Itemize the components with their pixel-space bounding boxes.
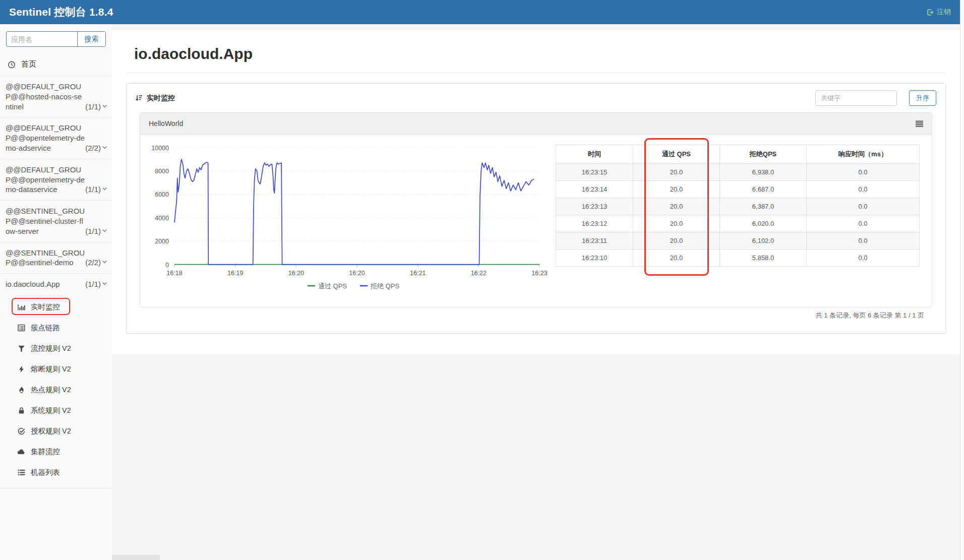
table-cell: 0.0 (807, 250, 920, 267)
app-group-label: @@DEFAULT_GROUP@@hosted-nacos-sentinel (6, 82, 85, 111)
logout-button[interactable]: 注销 (926, 8, 951, 17)
page-title: io.daocloud.App (112, 30, 960, 63)
cloud-icon (17, 448, 25, 456)
table-cell: 16:23:13 (556, 198, 633, 215)
column-header: 响应时间（ms） (807, 145, 920, 164)
svg-text:6000: 6000 (155, 191, 169, 198)
resource-name: HelloWorld (149, 119, 183, 128)
menu-icon[interactable] (916, 120, 923, 127)
sidebar-app-group[interactable]: @@DEFAULT_GROUP@@opentelemetry-demo-adse… (0, 117, 112, 158)
app-group-label: @@DEFAULT_GROUP@@opentelemetry-demo-data… (6, 165, 85, 195)
table-cell: 20.0 (633, 215, 720, 232)
column-header: 通过 QPS (633, 145, 720, 164)
app-title: Sentinel 控制台 1.8.4 (9, 5, 113, 19)
app-group-label: @@SENTINEL_GROUP@@sentinel-cluster-flow-… (6, 206, 85, 236)
sidebar-item-lock[interactable]: 系统规则 V2 (0, 400, 112, 421)
chevron-down-icon (101, 279, 108, 289)
sidebar-item-list[interactable]: 机器列表 (0, 462, 112, 483)
table-cell: 20.0 (633, 232, 720, 250)
sidebar-app-group[interactable]: @@SENTINEL_GROUP@@sentinel-cluster-flow-… (0, 200, 112, 241)
panel-title: 实时监控 (147, 94, 175, 103)
home-label: 首页 (21, 59, 36, 69)
sidebar-item-check-circle[interactable]: 授权规则 V2 (0, 421, 112, 442)
table-row: 16:23:1420.06,687.00.0 (556, 181, 920, 198)
svg-text:4000: 4000 (155, 215, 169, 222)
sidebar-app-group[interactable]: @@SENTINEL_GROUP@@sentinel-demo(2/2) (0, 242, 112, 274)
app-search-group: 搜索 (6, 31, 106, 47)
table-cell: 0.0 (807, 232, 920, 250)
submenu-label: 流控规则 V2 (31, 344, 71, 353)
list-icon (17, 469, 25, 476)
divider (126, 73, 946, 73)
svg-text:通过 QPS: 通过 QPS (318, 282, 347, 290)
sidebar-app-group[interactable]: @@DEFAULT_GROUP@@opentelemetry-demo-data… (0, 159, 112, 200)
svg-text:10000: 10000 (151, 145, 169, 152)
svg-text:0: 0 (165, 262, 169, 269)
chevron-down-icon (101, 226, 108, 236)
svg-text:16:18: 16:18 (166, 270, 182, 277)
table-row: 16:23:1320.06,387.00.0 (556, 198, 920, 215)
svg-text:16:23: 16:23 (531, 270, 547, 277)
table-cell: 6,687.0 (720, 181, 807, 198)
count-text: (2/2) (85, 258, 101, 268)
sidebar: 搜索 首页 @@DEFAULT_GROUP@@hosted-nacos-sent… (0, 24, 112, 560)
sidebar-app-group[interactable]: io.daocloud.App(1/1) (0, 273, 112, 295)
app-group-count: (1/1) (85, 226, 108, 236)
table-cell: 16:23:12 (556, 215, 633, 232)
app-search-input[interactable] (7, 32, 77, 46)
table-cell: 6,102.0 (720, 232, 807, 250)
table-cell: 0.0 (807, 181, 920, 198)
app-group-count: (2/2) (85, 258, 108, 268)
chevron-down-icon (101, 184, 108, 195)
app-group-label: @@DEFAULT_GROUP@@opentelemetry-demo-adse… (6, 123, 85, 153)
card-body: 020004000600080001000016:1816:1916:2016:… (140, 135, 932, 307)
table-cell: 5,858.0 (720, 250, 807, 267)
sidebar-item-cloud[interactable]: 集群流控 (0, 442, 112, 462)
sidebar-app-group[interactable]: @@DEFAULT_GROUP@@hosted-nacos-sentinel(1… (0, 76, 112, 117)
table-cell: 0.0 (807, 164, 920, 181)
table-cell: 16:23:10 (556, 250, 633, 267)
sidebar-item-filter[interactable]: 流控规则 V2 (0, 338, 112, 359)
app-group-list: @@DEFAULT_GROUP@@hosted-nacos-sentinel(1… (0, 76, 112, 295)
submenu-label: 实时监控 (31, 302, 60, 312)
table-cell: 20.0 (633, 250, 720, 267)
sidebar-item-bar-chart[interactable]: 实时监控 (0, 297, 112, 318)
realtime-monitor-panel: 实时监控 升序 HelloWorld (126, 83, 946, 334)
lock-icon (17, 407, 25, 414)
search-button[interactable]: 搜索 (77, 32, 105, 46)
bottom-strip (112, 555, 160, 560)
panel-title-wrap: 实时监控 (135, 94, 175, 103)
table-cell: 16:23:14 (556, 181, 633, 198)
scrollbar[interactable] (960, 0, 964, 560)
resource-card: HelloWorld 020004000600080001000016:1816… (140, 112, 932, 307)
table-row: 16:23:1020.05,858.00.0 (556, 250, 920, 267)
column-header: 时间 (556, 145, 633, 164)
table-cell: 6,020.0 (720, 215, 807, 232)
table-row: 16:23:1520.06,938.00.0 (556, 164, 920, 181)
bolt-icon (17, 365, 25, 373)
submenu-label: 集群流控 (31, 447, 60, 457)
submenu-label: 机器列表 (31, 468, 60, 477)
column-header: 拒绝QPS (720, 145, 807, 164)
svg-text:16:20: 16:20 (349, 270, 365, 277)
table-cell: 20.0 (633, 164, 720, 181)
sort-asc-button[interactable]: 升序 (909, 90, 936, 106)
keyword-input[interactable] (815, 90, 897, 106)
sidebar-item-home[interactable]: 首页 (0, 53, 112, 76)
sidebar-item-fire[interactable]: 热点规则 V2 (0, 380, 112, 400)
sidebar-item-bolt[interactable]: 熔断规则 V2 (0, 359, 112, 380)
table-row: 16:23:1220.06,020.00.0 (556, 215, 920, 232)
svg-text:8000: 8000 (155, 168, 169, 175)
sidebar-item-list-alt[interactable]: 簇点链路 (0, 318, 112, 338)
app-group-count: (1/1) (85, 102, 108, 112)
top-bar: Sentinel 控制台 1.8.4 注销 (0, 0, 960, 24)
clock-icon (8, 60, 16, 69)
pagination-summary: 共 1 条记录, 每页 6 条记录 第 1 / 1 页 (816, 311, 924, 320)
table-header-row: 时间通过 QPS拒绝QPS响应时间（ms） (556, 145, 920, 164)
count-text: (1/1) (85, 279, 101, 289)
app-submenu: 实时监控簇点链路流控规则 V2熔断规则 V2热点规则 V2系统规则 V2授权规则… (0, 295, 112, 488)
count-text: (1/1) (85, 226, 101, 236)
table-cell: 20.0 (633, 181, 720, 198)
app-group-count: (1/1) (85, 184, 108, 195)
check-circle-icon (17, 427, 25, 435)
